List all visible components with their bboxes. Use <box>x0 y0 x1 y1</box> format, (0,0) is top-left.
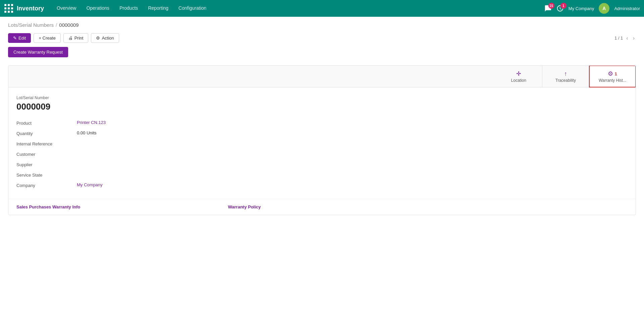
breadcrumb-parent[interactable]: Lots/Serial Numbers <box>8 22 54 28</box>
warranty-request-section: Create Warranty Request <box>8 47 636 61</box>
traceability-label: Traceability <box>555 78 576 83</box>
warranty-policy-section-title: Warranty Policy <box>228 204 261 209</box>
product-field-value[interactable]: Printer CN.123 <box>77 120 218 125</box>
warranty-history-icon: ⚙ <box>608 70 613 77</box>
edit-label: Edit <box>18 36 26 41</box>
pagination-area: 1 / 1 ‹ › <box>614 35 636 42</box>
quantity-field-label: Quantity <box>16 130 77 136</box>
warranty-count: 1 <box>614 71 617 76</box>
warranty-history-label: Warranty Hist... <box>599 78 626 83</box>
top-navigation: Inventory Overview Operations Products R… <box>0 0 644 17</box>
traceability-icon: ↑ <box>564 70 567 77</box>
breadcrumb-current: 0000009 <box>59 22 79 28</box>
location-label: Location <box>511 78 526 83</box>
internal-ref-field-label: Internal Reference <box>16 141 77 146</box>
avatar[interactable]: A <box>599 3 609 14</box>
lot-serial-label: Lot/Serial Number <box>16 95 628 100</box>
form-card: ✛ Location ↑ Traceability ⚙ 1 Warranty H… <box>8 65 636 215</box>
lot-serial-value: 0000009 <box>16 102 628 112</box>
location-smart-button[interactable]: ✛ Location <box>495 66 542 87</box>
print-button[interactable]: 🖨 Print <box>63 33 89 43</box>
nav-overview[interactable]: Overview <box>52 0 81 17</box>
apps-menu-icon[interactable] <box>4 4 13 13</box>
print-label: Print <box>75 36 84 41</box>
action-gear-icon: ⚙ <box>96 36 100 41</box>
nav-links: Overview Operations Products Reporting C… <box>52 0 543 17</box>
sales-purchases-section-title: Sales Purchases Warranty Info <box>16 204 80 209</box>
product-field-label: Product <box>16 120 77 126</box>
create-label: + Create <box>39 36 55 41</box>
service-state-field-label: Service State <box>16 172 77 178</box>
location-icon: ✛ <box>516 70 521 77</box>
company-field-label: Company <box>16 182 77 188</box>
action-button[interactable]: ⚙ Action <box>91 33 119 43</box>
company-selector[interactable]: My Company <box>568 6 594 11</box>
edit-icon: ✎ <box>13 36 17 41</box>
breadcrumb: Lots/Serial Numbers / 0000009 <box>8 22 636 28</box>
brand-name[interactable]: Inventory <box>17 5 44 12</box>
username[interactable]: Administrator <box>614 6 640 11</box>
pagination-text: 1 / 1 <box>614 36 623 41</box>
smart-buttons-row: ✛ Location ↑ Traceability ⚙ 1 Warranty H… <box>8 66 636 87</box>
chat-badge: 15 <box>548 3 554 9</box>
form-fields: Product Printer CN.123 Quantity 0.00 Uni… <box>16 120 218 188</box>
customer-field-label: Customer <box>16 151 77 157</box>
company-field-value[interactable]: My Company <box>77 182 218 187</box>
form-body: Lot/Serial Number 0000009 Product Printe… <box>8 87 636 196</box>
warranty-history-smart-button[interactable]: ⚙ 1 Warranty Hist... <box>589 65 636 87</box>
page-content: Lots/Serial Numbers / 0000009 ✎ Edit + C… <box>0 17 644 320</box>
nav-products[interactable]: Products <box>115 0 143 17</box>
edit-button[interactable]: ✎ Edit <box>8 33 31 43</box>
topnav-right: 15 1 My Company A Administrator <box>544 3 640 14</box>
smart-buttons-spacer <box>8 66 495 87</box>
traceability-smart-button[interactable]: ↑ Traceability <box>542 66 589 87</box>
chat-icon-button[interactable]: 15 <box>544 5 552 12</box>
breadcrumb-separator: / <box>56 22 57 28</box>
next-record-button[interactable]: › <box>632 35 636 42</box>
create-warranty-request-button[interactable]: Create Warranty Request <box>8 47 68 57</box>
supplier-field-label: Supplier <box>16 162 77 167</box>
toolbar: ✎ Edit + Create 🖨 Print ⚙ Action 1 / 1 ‹… <box>8 33 636 43</box>
create-button[interactable]: + Create <box>34 33 60 43</box>
quantity-field-value: 0.00 Units <box>77 130 218 135</box>
prev-record-button[interactable]: ‹ <box>625 35 629 42</box>
print-icon: 🖨 <box>68 36 73 41</box>
nav-configuration[interactable]: Configuration <box>174 0 211 17</box>
nav-reporting[interactable]: Reporting <box>143 0 173 17</box>
activity-icon-button[interactable]: 1 <box>556 5 564 12</box>
action-label: Action <box>102 36 114 41</box>
nav-operations[interactable]: Operations <box>82 0 114 17</box>
section-headers: Sales Purchases Warranty Info Warranty P… <box>8 199 636 215</box>
activity-badge: 1 <box>560 3 566 9</box>
